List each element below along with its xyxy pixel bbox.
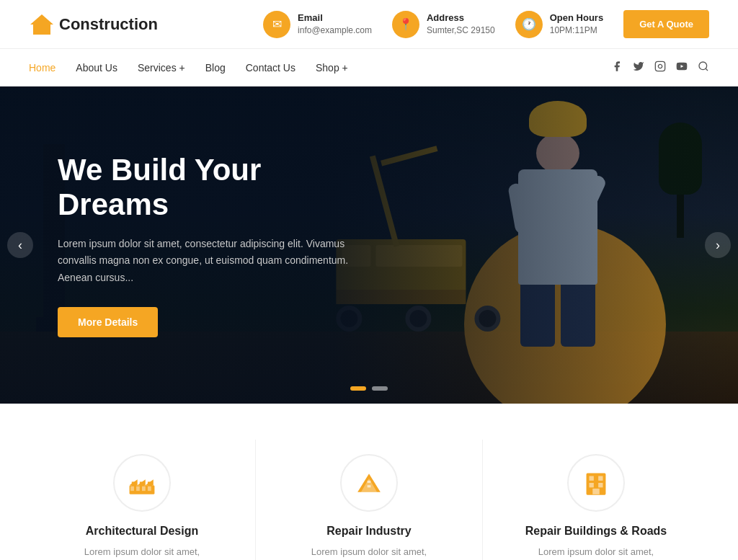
service-3-desc: Lorem ipsum dolor sit amet, bbox=[504, 545, 688, 560]
service-2-title: Repair Industry bbox=[277, 525, 461, 538]
nav-item-home[interactable]: Home bbox=[29, 61, 55, 74]
logo[interactable]: Construction bbox=[29, 12, 158, 37]
hours-info: 🕐 Open Hours 10PM:11PM bbox=[515, 11, 603, 38]
youtube-icon bbox=[676, 61, 688, 72]
hero-title: We Build Your Dreams bbox=[58, 153, 360, 223]
nav-item-shop[interactable]: Shop + bbox=[316, 61, 348, 74]
facebook-link[interactable] bbox=[611, 61, 623, 74]
svg-rect-16 bbox=[142, 486, 146, 491]
building-icon bbox=[582, 469, 610, 497]
email-text: Email info@example.com bbox=[298, 12, 372, 36]
header-info: ✉ Email info@example.com 📍 Address Sumte… bbox=[263, 10, 709, 38]
address-info: 📍 Address Sumter,SC 29150 bbox=[392, 11, 495, 38]
hero-description: Lorem ipsum dolor sit amet, consectetur … bbox=[58, 236, 360, 287]
nav-link-contact[interactable]: Contact Us bbox=[246, 62, 295, 74]
twitter-link[interactable] bbox=[633, 61, 644, 74]
navbar: Home About Us Services + Blog Contact Us… bbox=[0, 49, 738, 86]
svg-rect-15 bbox=[136, 486, 140, 491]
logo-text: Construction bbox=[59, 15, 158, 34]
service-1-title: Architectural Design bbox=[50, 525, 234, 538]
service-card-2: Repair Industry Lorem ipsum dolor sit am… bbox=[256, 440, 483, 560]
svg-rect-28 bbox=[592, 489, 600, 494]
instagram-icon bbox=[654, 61, 666, 72]
svg-rect-1 bbox=[39, 29, 45, 35]
carousel-prev-button[interactable]: ‹ bbox=[7, 232, 33, 258]
nav-link-services[interactable]: Services + bbox=[138, 62, 185, 74]
svg-rect-25 bbox=[598, 476, 603, 481]
service-2-icon-wrap bbox=[340, 454, 398, 512]
nav-item-services[interactable]: Services + bbox=[138, 61, 185, 74]
service-3-icon-wrap bbox=[567, 454, 625, 512]
road-icon bbox=[355, 469, 383, 497]
svg-rect-27 bbox=[598, 483, 603, 487]
nav-social bbox=[611, 61, 709, 74]
nav-link-blog[interactable]: Blog bbox=[205, 62, 226, 74]
service-1-desc: Lorem ipsum dolor sit amet, bbox=[50, 545, 234, 560]
service-3-title: Repair Buildings & Roads bbox=[504, 525, 688, 538]
clock-icon: 🕐 bbox=[515, 11, 543, 38]
carousel-dots bbox=[350, 386, 388, 391]
search-icon bbox=[698, 61, 709, 72]
service-1-icon-wrap bbox=[113, 454, 171, 512]
svg-rect-20 bbox=[368, 481, 371, 483]
svg-marker-12 bbox=[138, 479, 146, 485]
more-details-button[interactable]: More Details bbox=[58, 307, 158, 337]
email-info: ✉ Email info@example.com bbox=[263, 11, 372, 38]
service-card-3: Repair Buildings & Roads Lorem ipsum dol… bbox=[483, 440, 709, 560]
address-text: Address Sumter,SC 29150 bbox=[427, 12, 495, 36]
email-icon: ✉ bbox=[263, 11, 290, 38]
service-2-desc: Lorem ipsum dolor sit amet, bbox=[277, 545, 461, 560]
carousel-dot-1[interactable] bbox=[350, 386, 366, 391]
instagram-link[interactable] bbox=[654, 61, 666, 74]
hours-text: Open Hours 10PM:11PM bbox=[550, 12, 603, 36]
nav-item-contact[interactable]: Contact Us bbox=[246, 61, 295, 74]
facebook-icon bbox=[611, 61, 623, 72]
svg-rect-2 bbox=[655, 61, 664, 71]
nav-link-home[interactable]: Home bbox=[29, 62, 55, 74]
services-section: Architectural Design Lorem ipsum dolor s… bbox=[0, 404, 738, 560]
nav-link-about[interactable]: About Us bbox=[76, 62, 117, 74]
svg-line-6 bbox=[706, 68, 708, 71]
youtube-link[interactable] bbox=[676, 61, 688, 74]
svg-point-5 bbox=[699, 62, 707, 70]
svg-rect-14 bbox=[130, 486, 134, 491]
svg-rect-17 bbox=[148, 486, 151, 491]
service-card-1: Architectural Design Lorem ipsum dolor s… bbox=[29, 440, 256, 560]
nav-link-shop[interactable]: Shop + bbox=[316, 62, 348, 74]
factory-icon bbox=[128, 469, 156, 497]
nav-item-blog[interactable]: Blog bbox=[205, 61, 226, 74]
svg-rect-26 bbox=[590, 483, 594, 487]
twitter-icon bbox=[633, 61, 644, 72]
nav-links: Home About Us Services + Blog Contact Us… bbox=[29, 61, 348, 74]
hero-section: We Build Your Dreams Lorem ipsum dolor s… bbox=[0, 86, 738, 404]
hero-content: We Build Your Dreams Lorem ipsum dolor s… bbox=[0, 153, 418, 337]
svg-marker-13 bbox=[146, 479, 154, 485]
svg-marker-11 bbox=[130, 479, 138, 485]
address-icon: 📍 bbox=[392, 11, 419, 38]
logo-icon bbox=[29, 12, 55, 37]
nav-item-about[interactable]: About Us bbox=[76, 61, 117, 74]
top-header: Construction ✉ Email info@example.com 📍 … bbox=[0, 0, 738, 49]
search-link[interactable] bbox=[698, 61, 709, 74]
get-quote-button[interactable]: Get A Quote bbox=[623, 10, 709, 38]
carousel-dot-2[interactable] bbox=[372, 386, 388, 391]
svg-rect-24 bbox=[590, 476, 594, 481]
carousel-next-button[interactable]: › bbox=[705, 232, 731, 258]
svg-rect-21 bbox=[368, 485, 371, 487]
